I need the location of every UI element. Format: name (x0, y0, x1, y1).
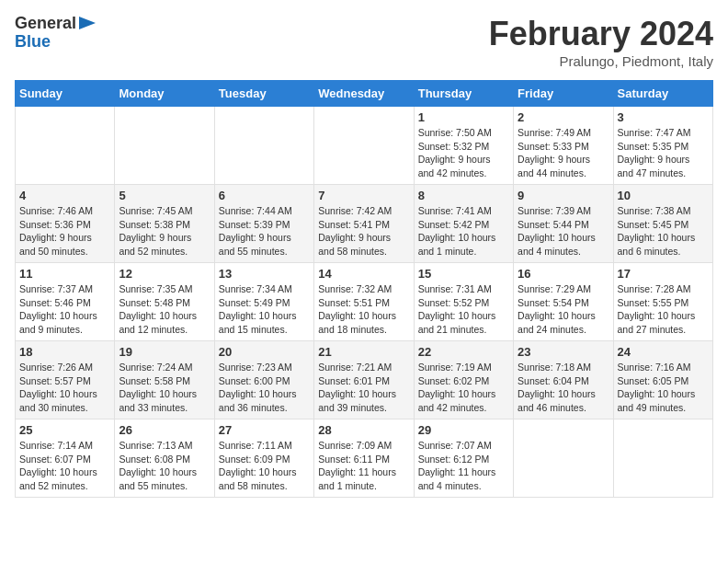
column-header-monday: Monday (115, 81, 214, 107)
day-number: 20 (219, 345, 310, 359)
location-subtitle: Pralungo, Piedmont, Italy (489, 53, 713, 69)
day-number: 9 (518, 189, 609, 202)
week-row-4: 18Sunrise: 7:26 AM Sunset: 5:57 PM Dayli… (16, 341, 713, 419)
day-number: 17 (618, 267, 709, 281)
page-header: General Blue February 2024 Pralungo, Pie… (15, 15, 713, 69)
day-number: 16 (518, 267, 609, 281)
cell-content: Sunrise: 7:46 AM Sunset: 5:36 PM Dayligh… (19, 204, 110, 259)
day-number: 18 (19, 345, 110, 359)
calendar-cell: 6Sunrise: 7:44 AM Sunset: 5:39 PM Daylig… (214, 185, 313, 263)
day-number: 23 (518, 345, 609, 359)
cell-content: Sunrise: 7:07 AM Sunset: 6:12 PM Dayligh… (418, 439, 509, 493)
cell-content: Sunrise: 7:38 AM Sunset: 5:45 PM Dayligh… (618, 204, 709, 259)
calendar-cell: 13Sunrise: 7:34 AM Sunset: 5:49 PM Dayli… (214, 263, 313, 341)
calendar-cell: 24Sunrise: 7:16 AM Sunset: 6:05 PM Dayli… (613, 341, 712, 419)
day-number: 7 (318, 189, 409, 202)
calendar-cell: 21Sunrise: 7:21 AM Sunset: 6:01 PM Dayli… (314, 341, 414, 419)
day-number: 19 (119, 345, 210, 359)
cell-content: Sunrise: 7:13 AM Sunset: 6:08 PM Dayligh… (119, 439, 210, 493)
cell-content: Sunrise: 7:18 AM Sunset: 6:04 PM Dayligh… (518, 361, 609, 415)
cell-content: Sunrise: 7:09 AM Sunset: 6:11 PM Dayligh… (318, 439, 409, 493)
calendar-cell: 27Sunrise: 7:11 AM Sunset: 6:09 PM Dayli… (214, 419, 313, 498)
logo: General Blue (15, 15, 96, 52)
column-header-sunday: Sunday (16, 81, 115, 107)
cell-content: Sunrise: 7:47 AM Sunset: 5:35 PM Dayligh… (618, 126, 709, 180)
day-number: 21 (318, 345, 409, 359)
week-row-3: 11Sunrise: 7:37 AM Sunset: 5:46 PM Dayli… (16, 263, 713, 341)
calendar-cell: 9Sunrise: 7:39 AM Sunset: 5:44 PM Daylig… (514, 185, 613, 263)
cell-content: Sunrise: 7:19 AM Sunset: 6:02 PM Dayligh… (418, 361, 509, 415)
calendar-cell: 26Sunrise: 7:13 AM Sunset: 6:08 PM Dayli… (115, 419, 214, 498)
cell-content: Sunrise: 7:49 AM Sunset: 5:33 PM Dayligh… (518, 126, 609, 180)
cell-content: Sunrise: 7:31 AM Sunset: 5:52 PM Dayligh… (418, 282, 509, 337)
cell-content: Sunrise: 7:23 AM Sunset: 6:00 PM Dayligh… (219, 361, 310, 415)
cell-content: Sunrise: 7:41 AM Sunset: 5:42 PM Dayligh… (418, 204, 509, 259)
day-number: 4 (19, 189, 110, 202)
cell-content: Sunrise: 7:26 AM Sunset: 5:57 PM Dayligh… (19, 361, 110, 415)
cell-content: Sunrise: 7:34 AM Sunset: 5:49 PM Dayligh… (219, 282, 310, 337)
calendar-cell (115, 107, 214, 185)
cell-content: Sunrise: 7:29 AM Sunset: 5:54 PM Dayligh… (518, 282, 609, 337)
header-row: SundayMondayTuesdayWednesdayThursdayFrid… (16, 81, 713, 107)
column-header-wednesday: Wednesday (314, 81, 414, 107)
day-number: 22 (418, 345, 509, 359)
day-number: 1 (418, 110, 509, 124)
svg-marker-0 (79, 17, 96, 29)
cell-content: Sunrise: 7:21 AM Sunset: 6:01 PM Dayligh… (318, 361, 409, 415)
calendar-cell: 23Sunrise: 7:18 AM Sunset: 6:04 PM Dayli… (514, 341, 613, 419)
calendar-cell: 7Sunrise: 7:42 AM Sunset: 5:41 PM Daylig… (314, 185, 414, 263)
cell-content: Sunrise: 7:32 AM Sunset: 5:51 PM Dayligh… (318, 282, 409, 337)
calendar-cell: 22Sunrise: 7:19 AM Sunset: 6:02 PM Dayli… (414, 341, 513, 419)
calendar-cell: 4Sunrise: 7:46 AM Sunset: 5:36 PM Daylig… (16, 185, 115, 263)
day-number: 28 (318, 423, 409, 437)
day-number: 13 (219, 267, 310, 281)
calendar-cell (314, 107, 414, 185)
calendar-cell: 8Sunrise: 7:41 AM Sunset: 5:42 PM Daylig… (414, 185, 513, 263)
day-number: 5 (119, 189, 210, 202)
column-header-saturday: Saturday (613, 81, 712, 107)
day-number: 12 (119, 267, 210, 281)
calendar-cell: 10Sunrise: 7:38 AM Sunset: 5:45 PM Dayli… (613, 185, 712, 263)
calendar-cell: 25Sunrise: 7:14 AM Sunset: 6:07 PM Dayli… (16, 419, 115, 498)
column-header-friday: Friday (514, 81, 613, 107)
calendar-table: SundayMondayTuesdayWednesdayThursdayFrid… (15, 80, 713, 498)
calendar-cell: 16Sunrise: 7:29 AM Sunset: 5:54 PM Dayli… (514, 263, 613, 341)
day-number: 25 (19, 423, 110, 437)
calendar-cell: 14Sunrise: 7:32 AM Sunset: 5:51 PM Dayli… (314, 263, 414, 341)
day-number: 11 (19, 267, 110, 281)
day-number: 6 (219, 189, 310, 202)
cell-content: Sunrise: 7:14 AM Sunset: 6:07 PM Dayligh… (19, 439, 110, 493)
column-header-tuesday: Tuesday (214, 81, 313, 107)
calendar-cell: 11Sunrise: 7:37 AM Sunset: 5:46 PM Dayli… (16, 263, 115, 341)
day-number: 8 (418, 189, 509, 202)
calendar-cell (514, 419, 613, 498)
title-section: February 2024 Pralungo, Piedmont, Italy (489, 15, 713, 69)
day-number: 3 (618, 110, 709, 124)
cell-content: Sunrise: 7:39 AM Sunset: 5:44 PM Dayligh… (518, 204, 609, 259)
calendar-cell: 15Sunrise: 7:31 AM Sunset: 5:52 PM Dayli… (414, 263, 513, 341)
calendar-cell: 29Sunrise: 7:07 AM Sunset: 6:12 PM Dayli… (414, 419, 513, 498)
calendar-cell: 19Sunrise: 7:24 AM Sunset: 5:58 PM Dayli… (115, 341, 214, 419)
day-number: 26 (119, 423, 210, 437)
cell-content: Sunrise: 7:28 AM Sunset: 5:55 PM Dayligh… (618, 282, 709, 337)
calendar-cell: 3Sunrise: 7:47 AM Sunset: 5:35 PM Daylig… (613, 107, 712, 185)
day-number: 29 (418, 423, 509, 437)
calendar-cell: 18Sunrise: 7:26 AM Sunset: 5:57 PM Dayli… (16, 341, 115, 419)
cell-content: Sunrise: 7:16 AM Sunset: 6:05 PM Dayligh… (618, 361, 709, 415)
cell-content: Sunrise: 7:45 AM Sunset: 5:38 PM Dayligh… (119, 204, 210, 259)
cell-content: Sunrise: 7:50 AM Sunset: 5:32 PM Dayligh… (418, 126, 509, 180)
day-number: 15 (418, 267, 509, 281)
cell-content: Sunrise: 7:37 AM Sunset: 5:46 PM Dayligh… (19, 282, 110, 337)
day-number: 27 (219, 423, 310, 437)
calendar-cell (613, 419, 712, 498)
logo-text: General (15, 15, 76, 33)
calendar-cell (214, 107, 313, 185)
calendar-cell (16, 107, 115, 185)
column-header-thursday: Thursday (414, 81, 513, 107)
cell-content: Sunrise: 7:35 AM Sunset: 5:48 PM Dayligh… (119, 282, 210, 337)
cell-content: Sunrise: 7:44 AM Sunset: 5:39 PM Dayligh… (219, 204, 310, 259)
calendar-cell: 17Sunrise: 7:28 AM Sunset: 5:55 PM Dayli… (613, 263, 712, 341)
calendar-cell: 28Sunrise: 7:09 AM Sunset: 6:11 PM Dayli… (314, 419, 414, 498)
day-number: 10 (618, 189, 709, 202)
calendar-cell: 5Sunrise: 7:45 AM Sunset: 5:38 PM Daylig… (115, 185, 214, 263)
